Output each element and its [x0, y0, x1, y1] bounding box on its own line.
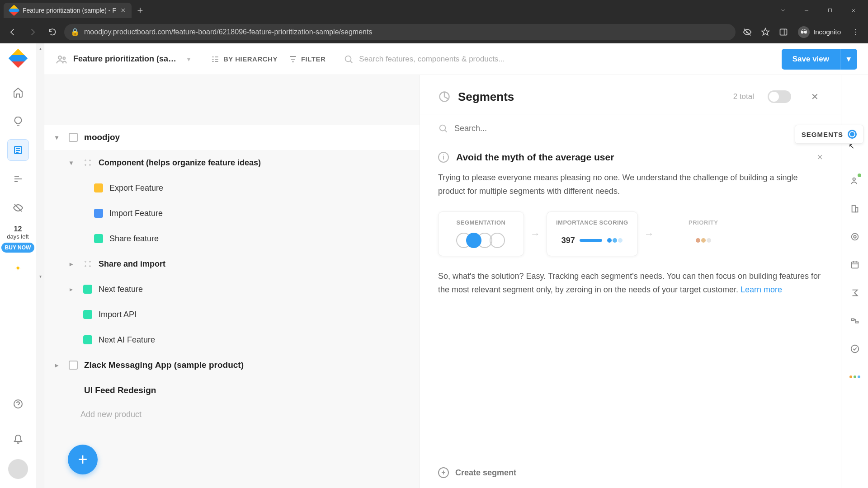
global-search[interactable]	[336, 54, 770, 64]
tree-import-api[interactable]: ▸ Import API	[44, 302, 420, 327]
panel-search-input[interactable]	[454, 124, 823, 133]
forward-button[interactable]	[24, 24, 41, 40]
panel-close-button[interactable]: ✕	[807, 89, 823, 105]
priority-dots-icon	[695, 236, 712, 244]
nav-home-icon[interactable]	[7, 81, 29, 103]
scroll-up-icon[interactable]: ▴	[37, 46, 43, 52]
rail-sigma-icon[interactable]	[847, 285, 863, 301]
hierarchy-button[interactable]: BY HIERARCHY	[211, 55, 278, 64]
svg-point-6	[345, 56, 351, 61]
nav-portal-icon[interactable]	[7, 197, 29, 219]
notifications-icon[interactable]	[7, 427, 29, 449]
filter-label: FILTER	[301, 55, 326, 63]
svg-rect-10	[852, 206, 855, 212]
card-segmentation: SEGMENTATION	[438, 211, 524, 256]
tree-feature-export[interactable]: Export Feature	[44, 175, 420, 201]
tree-share-import-group[interactable]: ▸ Share and import	[44, 251, 420, 277]
trial-unit: days left	[1, 233, 35, 240]
segments-toggle[interactable]	[768, 90, 791, 103]
rail-users-icon[interactable]	[847, 173, 863, 189]
user-avatar[interactable]	[8, 459, 28, 479]
maximize-button[interactable]	[819, 2, 841, 19]
url-field[interactable]: 🔒 moodjoy.productboard.com/feature-board…	[64, 24, 736, 40]
nav-ai-icon[interactable]: ✦	[7, 257, 29, 279]
importance-score: 397	[561, 236, 575, 245]
reload-button[interactable]	[44, 24, 61, 40]
tree-next-ai[interactable]: ▸ Next AI Feature	[44, 327, 420, 352]
save-view-button[interactable]: Save view ▾	[782, 49, 857, 70]
learn-more-link[interactable]: Learn more	[741, 285, 782, 294]
tip-close-button[interactable]: ×	[817, 151, 823, 163]
tree-label: UI Feed Redesign	[84, 385, 156, 395]
score-bar-icon	[580, 239, 602, 242]
tree-label: Import Feature	[109, 209, 163, 218]
rail-dependencies-icon[interactable]	[847, 313, 863, 329]
chevron-right-icon[interactable]: ▸	[70, 286, 80, 293]
create-segment-button[interactable]: + Create segment	[420, 457, 841, 488]
help-icon[interactable]	[7, 393, 29, 415]
card-priority: PRIORITY	[660, 212, 746, 256]
right-rail: SEGMENTS ↖	[841, 75, 868, 488]
add-product-row[interactable]: Add new product	[44, 403, 420, 426]
tip-paragraph-2: So, what's the solution? Easy. Tracking …	[438, 270, 823, 296]
nav-features-icon[interactable]	[7, 139, 29, 161]
browser-tab[interactable]: Feature prioritization (sample) - F ×	[4, 3, 132, 18]
incognito-indicator[interactable]: 🕶 Incognito	[793, 26, 845, 38]
tree-product-ui-feed[interactable]: ▸ UI Feed Redesign	[44, 378, 420, 403]
tree-label: Next AI Feature	[99, 335, 155, 345]
buy-now-button[interactable]: BUY NOW	[1, 243, 35, 253]
feature-color-icon	[94, 183, 103, 192]
incognito-label: Incognito	[813, 28, 841, 36]
minimize-button[interactable]	[796, 2, 817, 19]
save-view-caret-icon[interactable]: ▾	[840, 49, 857, 70]
rail-calendar-icon[interactable]	[847, 257, 863, 273]
nav-insights-icon[interactable]	[7, 110, 29, 132]
add-feature-fab[interactable]: +	[68, 445, 98, 474]
svg-point-9	[853, 178, 855, 181]
board-selector[interactable]: Feature prioritization (sam… ▾	[55, 53, 200, 66]
nav-roadmap-icon[interactable]	[7, 168, 29, 190]
tree-next-feature[interactable]: ▸ Next feature	[44, 277, 420, 302]
tabs-dropdown-icon[interactable]	[772, 2, 794, 19]
lock-icon: 🔒	[71, 28, 80, 36]
chevron-right-icon[interactable]: ▸	[70, 260, 80, 267]
tree-feature-import[interactable]: Import Feature	[44, 201, 420, 226]
panel-search[interactable]	[438, 123, 823, 133]
global-search-input[interactable]	[359, 55, 763, 64]
new-tab-button[interactable]: +	[137, 5, 143, 16]
save-view-label[interactable]: Save view	[782, 49, 840, 70]
tree-product-moodjoy[interactable]: ▾ moodjoy	[44, 125, 420, 150]
side-panel-icon[interactable]	[775, 24, 792, 40]
cards-row: SEGMENTATION → IMPORTANCE SCORING 397	[438, 211, 823, 256]
browser-chrome: Feature prioritization (sample) - F × + …	[0, 0, 868, 43]
bookmark-star-icon[interactable]	[757, 24, 774, 40]
tree-product-zlack[interactable]: ▸ Zlack Messaging App (sample product)	[44, 352, 420, 378]
chevron-right-icon[interactable]: ▸	[55, 361, 66, 369]
feature-color-icon	[83, 335, 92, 344]
back-button[interactable]	[5, 24, 21, 40]
tree-component-group[interactable]: ▾ Component (helps organize feature idea…	[44, 150, 420, 175]
trial-countdown: 12 days left BUY NOW	[1, 225, 35, 253]
tab-close-icon[interactable]: ×	[121, 6, 126, 14]
rail-companies-icon[interactable]	[847, 201, 863, 217]
rail-check-icon[interactable]	[847, 341, 863, 357]
chevron-down-icon[interactable]: ▾	[70, 159, 80, 166]
tip-paragraph-1: Trying to please everyone means pleasing…	[438, 171, 823, 198]
segments-pill[interactable]: SEGMENTS	[795, 125, 863, 144]
scrollbar-stub[interactable]: ▴ ▾	[36, 43, 44, 488]
rail-more-icon[interactable]	[847, 369, 863, 385]
kebab-menu-icon[interactable]: ⋮	[847, 24, 863, 40]
create-segment-label: Create segment	[455, 468, 516, 478]
close-window-button[interactable]	[843, 2, 864, 19]
url-text: moodjoy.productboard.com/feature-board/6…	[84, 28, 372, 36]
trial-days: 12	[1, 225, 35, 233]
tree-feature-share[interactable]: Share feature	[44, 226, 420, 251]
eye-off-icon[interactable]	[739, 24, 755, 40]
rail-target-icon[interactable]	[847, 229, 863, 245]
filter-button[interactable]: FILTER	[288, 55, 326, 64]
app-root: 12 days left BUY NOW ✦ ▴ ▾ Feature prior…	[0, 43, 868, 488]
tree-label: Share and import	[99, 259, 165, 269]
app-logo[interactable]	[9, 49, 28, 68]
chevron-down-icon[interactable]: ▾	[55, 134, 66, 141]
scroll-down-icon[interactable]: ▾	[37, 274, 43, 280]
